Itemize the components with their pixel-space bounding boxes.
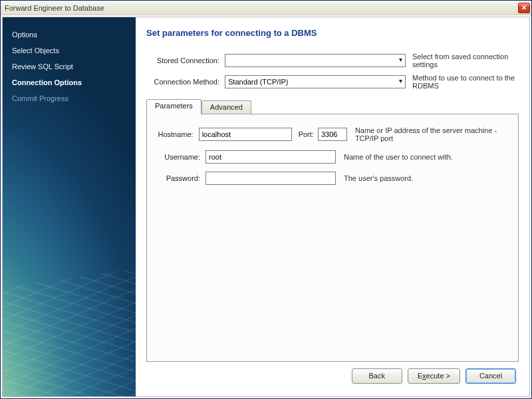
titlebar[interactable]: Forward Engineer to Database ✕ xyxy=(1,1,531,15)
button-bar: Back Execute > Cancel xyxy=(146,362,519,390)
connection-method-value: Standard (TCP/IP) xyxy=(228,78,288,86)
stored-connection-dropdown[interactable] xyxy=(225,54,406,67)
password-hint: The user's password. xyxy=(344,174,413,182)
username-label: Username: xyxy=(158,153,205,161)
connection-method-label: Connection Method: xyxy=(146,78,225,86)
wizard-sidebar: Options Select Objects Review SQL Script… xyxy=(3,17,136,396)
hostname-input[interactable] xyxy=(199,128,292,141)
password-row: Password: The user's password. xyxy=(158,172,507,185)
tab-parameters[interactable]: Parameters xyxy=(146,99,201,114)
hostname-label: Hostname: xyxy=(158,130,199,138)
connection-method-dropdown[interactable]: Standard (TCP/IP) xyxy=(225,75,406,88)
sidebar-item-options[interactable]: Options xyxy=(12,27,126,43)
connection-method-row: Connection Method: Standard (TCP/IP) Met… xyxy=(146,74,519,90)
sidebar-item-connection-options[interactable]: Connection Options xyxy=(12,74,126,90)
close-button[interactable]: ✕ xyxy=(518,3,530,13)
connection-method-hint: Method to use to connect to the RDBMS xyxy=(412,74,519,90)
tab-advanced[interactable]: Advanced xyxy=(201,100,251,114)
password-label: Password: xyxy=(158,174,205,182)
port-input[interactable] xyxy=(318,128,347,141)
window-title: Forward Engineer to Database xyxy=(5,4,104,12)
username-input[interactable] xyxy=(205,150,336,164)
stored-connection-hint: Select from saved connection settings xyxy=(412,53,519,68)
tabstrip: Parameters Advanced xyxy=(146,99,519,114)
stored-connection-row: Stored Connection: Select from saved con… xyxy=(146,53,519,68)
tab-region: Parameters Advanced Hostname: Port: Name… xyxy=(146,99,519,362)
sidebar-item-review-sql-script[interactable]: Review SQL Script xyxy=(12,59,126,74)
close-icon: ✕ xyxy=(521,4,527,12)
sidebar-item-commit-progress: Commit Progress xyxy=(12,90,126,106)
hostname-row: Hostname: Port: Name or IP address of th… xyxy=(158,126,507,142)
main-panel: Set parameters for connecting to a DBMS … xyxy=(136,17,529,396)
page-title: Set parameters for connecting to a DBMS xyxy=(146,28,519,38)
execute-button[interactable]: Execute > xyxy=(408,368,460,384)
port-label: Port: xyxy=(299,130,314,138)
hostname-hint: Name or IP address of the server machine… xyxy=(355,126,507,142)
client-area: Options Select Objects Review SQL Script… xyxy=(2,17,530,397)
username-hint: Name of the user to connect with. xyxy=(344,153,453,161)
dialog-window: Forward Engineer to Database ✕ Options S… xyxy=(0,0,532,399)
stored-connection-label: Stored Connection: xyxy=(146,57,225,65)
username-row: Username: Name of the user to connect wi… xyxy=(158,150,507,164)
tab-panel-parameters: Hostname: Port: Name or IP address of th… xyxy=(146,114,519,362)
password-input[interactable] xyxy=(205,172,336,185)
back-button[interactable]: Back xyxy=(352,368,402,384)
cancel-button[interactable]: Cancel xyxy=(466,368,516,384)
sidebar-item-select-objects[interactable]: Select Objects xyxy=(12,43,126,59)
